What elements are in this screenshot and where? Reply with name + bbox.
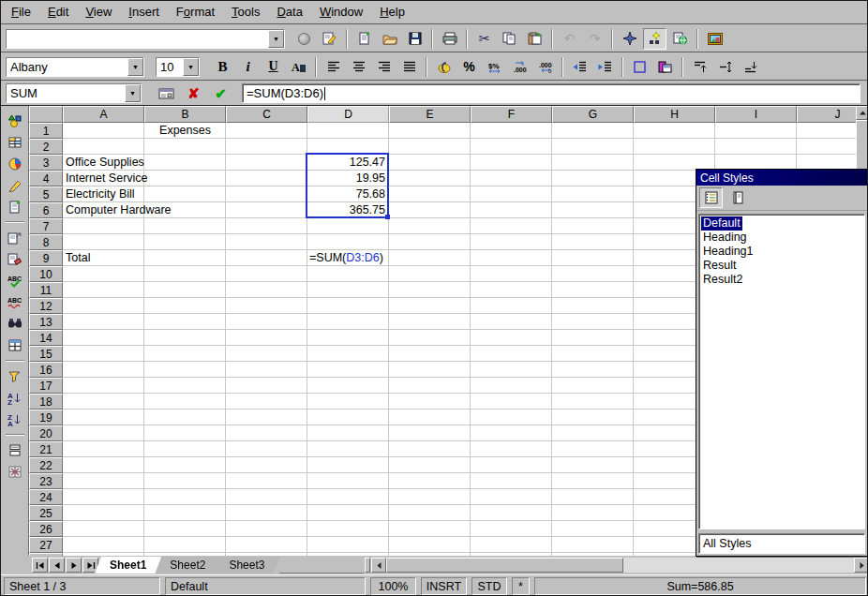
row-header-10[interactable]: 10 <box>29 266 63 282</box>
stylist-icon[interactable] <box>643 28 666 50</box>
row-header-20[interactable]: 20 <box>29 425 63 441</box>
row-header-3[interactable]: 3 <box>29 155 63 171</box>
styles-category-select[interactable]: All Styles <box>698 533 865 554</box>
row-header-11[interactable]: 11 <box>29 282 63 298</box>
row-header-21[interactable]: 21 <box>29 441 63 457</box>
row-header-27[interactable]: 27 <box>29 537 63 553</box>
row-header-6[interactable]: 6 <box>29 202 63 218</box>
style-item-heading[interactable]: Heading <box>701 231 749 245</box>
underline-icon[interactable]: U <box>262 56 285 78</box>
cut-icon[interactable]: ✂ <box>472 28 496 50</box>
align-right-icon[interactable] <box>372 56 396 78</box>
row-header-18[interactable]: 18 <box>29 394 63 410</box>
menu-tools[interactable]: Tools <box>223 2 268 22</box>
sheet-tab-sheet2[interactable]: Sheet2 <box>155 557 220 574</box>
row-header-19[interactable]: 19 <box>29 410 63 425</box>
function-wizard-icon[interactable] <box>155 82 178 104</box>
spellcheck-icon[interactable]: ABC <box>3 271 27 291</box>
add-decimal-icon[interactable]: .000 <box>508 56 531 78</box>
row-header-5[interactable]: 5 <box>29 186 63 202</box>
stop-icon[interactable] <box>292 28 316 50</box>
new-document-icon[interactable] <box>352 28 376 50</box>
cell-a4[interactable]: Internet Service <box>63 171 148 186</box>
sort-descending-icon[interactable]: ZA <box>3 410 27 429</box>
page-styles-icon[interactable] <box>726 187 749 208</box>
style-item-heading1[interactable]: Heading1 <box>701 245 756 259</box>
hyperlink-icon[interactable] <box>668 28 692 50</box>
datasources-icon[interactable] <box>3 335 27 355</box>
horizontal-scrollbar[interactable] <box>371 558 868 573</box>
row-header-17[interactable]: 17 <box>29 378 63 394</box>
insert-document-icon[interactable] <box>3 228 27 247</box>
formula-input[interactable]: =SUM(D3:D6) <box>242 83 861 103</box>
row-header-16[interactable]: 16 <box>29 362 63 378</box>
scroll-left-icon[interactable] <box>371 558 386 573</box>
cell-styles-icon[interactable] <box>699 187 723 208</box>
select-all-corner[interactable] <box>29 106 63 123</box>
panel-title-bar[interactable]: Cell Styles <box>696 170 867 186</box>
dropdown-arrow-icon[interactable]: ▼ <box>125 84 141 102</box>
autospellcheck-icon[interactable]: ABC <box>3 292 27 312</box>
cell-a6[interactable]: Computer Hardware <box>63 202 172 218</box>
selection-rectangle[interactable] <box>306 153 389 218</box>
row-header-15[interactable]: 15 <box>29 346 63 362</box>
horizontal-scroll-thumb[interactable] <box>386 558 623 573</box>
menu-help[interactable]: Help <box>371 2 413 22</box>
draw-functions-icon[interactable] <box>3 175 27 195</box>
row-header-26[interactable]: 26 <box>29 521 63 537</box>
edit-file-icon[interactable] <box>318 28 341 50</box>
open-icon[interactable] <box>378 28 401 50</box>
font-name-combobox[interactable]: ▼ <box>6 57 144 77</box>
dropdown-arrow-icon[interactable]: ▼ <box>183 58 199 76</box>
row-header-14[interactable]: 14 <box>29 330 63 346</box>
font-size-combobox[interactable]: ▼ <box>156 57 200 77</box>
row-header-22[interactable]: 22 <box>29 457 63 473</box>
previous-sheet-icon[interactable] <box>49 558 65 573</box>
style-item-result[interactable]: Result <box>701 259 738 273</box>
style-item-default[interactable]: Default <box>701 216 742 231</box>
align-bottom-icon[interactable] <box>739 56 762 78</box>
column-header-f[interactable]: F <box>471 106 552 123</box>
cell-reference-box[interactable]: ▼ <box>6 83 142 103</box>
column-header-d[interactable]: D <box>307 106 389 123</box>
save-icon[interactable] <box>403 28 427 50</box>
column-header-i[interactable]: I <box>715 106 797 123</box>
menu-insert[interactable]: Insert <box>120 2 168 22</box>
bold-icon[interactable]: B <box>211 56 234 78</box>
column-header-h[interactable]: H <box>634 106 715 123</box>
increase-indent-icon[interactable] <box>593 56 617 78</box>
exchange-format-icon[interactable]: $% <box>483 56 506 78</box>
cell-b1[interactable]: Expenses <box>144 123 226 139</box>
font-name-input[interactable] <box>7 58 127 76</box>
cell-a5[interactable]: Electricity Bill <box>63 186 135 202</box>
tab-splitter[interactable] <box>365 558 370 573</box>
scroll-right-icon[interactable] <box>854 558 868 573</box>
row-header-12[interactable]: 12 <box>29 298 63 314</box>
row-header-25[interactable]: 25 <box>29 505 63 521</box>
font-size-input[interactable] <box>157 58 183 76</box>
first-sheet-icon[interactable] <box>32 558 48 573</box>
scroll-up-icon[interactable] <box>856 106 868 120</box>
menu-data[interactable]: Data <box>268 2 310 22</box>
find-icon[interactable] <box>3 314 27 334</box>
menu-format[interactable]: Format <box>168 2 223 22</box>
status-selection-mode[interactable]: STD <box>471 577 507 595</box>
cell-d9[interactable]: =SUM(D3:D6) <box>309 250 383 266</box>
insert-icon[interactable] <box>3 111 27 130</box>
dropdown-arrow-icon[interactable]: ▼ <box>127 58 143 76</box>
group-icon[interactable] <box>3 440 27 460</box>
column-header-g[interactable]: G <box>552 106 634 123</box>
row-header-2[interactable]: 2 <box>29 139 63 155</box>
url-combobox[interactable]: ▼ <box>6 29 285 49</box>
url-input[interactable] <box>7 30 268 48</box>
sort-ascending-icon[interactable]: AZ <box>3 388 27 408</box>
percent-icon[interactable]: % <box>457 56 481 78</box>
column-header-b[interactable]: B <box>144 106 226 123</box>
cell-reference-input[interactable] <box>7 84 125 102</box>
decrease-indent-icon[interactable] <box>568 56 591 78</box>
align-center-icon[interactable] <box>347 56 370 78</box>
row-header-1[interactable]: 1 <box>29 123 63 139</box>
borders-icon[interactable] <box>628 56 651 78</box>
copy-icon[interactable] <box>498 28 521 50</box>
italic-icon[interactable]: i <box>236 56 260 78</box>
